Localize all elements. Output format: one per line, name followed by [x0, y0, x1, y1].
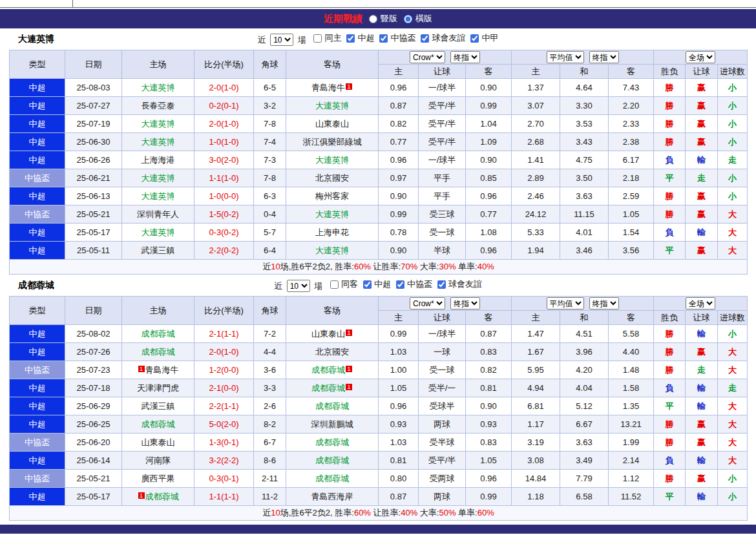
goals-result-cell: 大 [718, 224, 748, 242]
filter-checkbox-球會友誼[interactable]: 球會友誼 [421, 32, 465, 44]
team-name: 成都蓉城 [315, 401, 349, 411]
team-name: 山東泰山 [142, 437, 175, 447]
odds-away-cell: 0.96 [466, 187, 512, 205]
result-cell: 勝 [654, 434, 686, 452]
recent-count-select[interactable]: 10 [287, 280, 310, 292]
checkbox[interactable] [396, 280, 404, 289]
handicap-cell: 一/球半 [419, 325, 466, 343]
handicap-result-cell: 輸 [686, 397, 718, 415]
score-cell: 2-0(1-0) [194, 343, 254, 361]
league-cell: 中超 [10, 379, 65, 397]
league-cell: 中協盃 [10, 434, 65, 452]
handicap-cell: 受两球 [419, 470, 466, 488]
result-cell: 負 [654, 452, 686, 470]
date-cell: 25-07-23 [65, 361, 122, 379]
filter-checkbox-中協盃[interactable]: 中協盃 [379, 32, 415, 44]
away-team-cell: 山東泰山1 [286, 325, 379, 343]
odds-time-select[interactable]: 终指 [450, 51, 480, 63]
odds-time-select[interactable]: 终指 [450, 297, 480, 309]
horizontal-radio[interactable] [404, 15, 412, 23]
sub-avg-draw-header: 和 [560, 65, 609, 79]
col-date-header: 日期 [65, 297, 122, 325]
summary-text: 近10场,胜6平2负2, 胜率:60% 让胜率:40% 大率:50% 单率:60… [10, 506, 748, 521]
avg-away-cell: 11.52 [609, 488, 654, 506]
odds-away-cell: 1.08 [466, 224, 512, 242]
checkbox[interactable] [437, 280, 446, 289]
avg-home-cell: 3.19 [512, 434, 560, 452]
odds-away-cell: 0.83 [466, 343, 512, 361]
match-row: 中超25-05-11武漢三鎮2-2(0-2)6-4大連英博0.90半球0.961… [10, 242, 748, 260]
corner-cell: 3-3 [254, 379, 286, 397]
checkbox[interactable] [330, 280, 339, 289]
filter-checkbox-球會友誼[interactable]: 球會友誼 [437, 278, 482, 290]
odds-away-cell: 0.96 [466, 242, 512, 260]
result-cell: 勝 [654, 115, 686, 133]
recent-count-select[interactable]: 10 [270, 34, 293, 46]
filter-checkbox-同客[interactable]: 同客 [330, 278, 358, 290]
home-team-cell: 河南隊 [122, 452, 194, 470]
result-cell: 勝 [654, 325, 686, 343]
goals-result-cell: 大 [718, 452, 748, 470]
league-cell: 中協盃 [10, 169, 65, 187]
team-name: 成都蓉城 [311, 383, 345, 393]
odds-away-cell: 0.85 [466, 169, 512, 187]
filter-checkbox-中協盃[interactable]: 中協盃 [396, 278, 432, 290]
date-cell: 25-06-13 [65, 187, 122, 205]
team-name: 山東泰山 [311, 329, 345, 339]
avg-away-cell: 2.20 [609, 97, 654, 115]
odds-company-select[interactable]: Crow* [410, 297, 445, 309]
summary-segment: 单率: [456, 262, 477, 271]
average-select[interactable]: 平均值 [547, 297, 584, 309]
league-cell: 中超 [10, 242, 65, 260]
checkbox[interactable] [346, 34, 355, 43]
date-cell: 25-06-26 [65, 151, 122, 169]
avg-away-cell: 2.14 [609, 452, 654, 470]
odds-company-select[interactable]: Crow* [410, 51, 445, 63]
team-name: 青島西海岸 [311, 492, 353, 501]
team-name: 大連英博 [142, 191, 175, 201]
home-team-cell: 大連英博 [122, 115, 194, 133]
home-team-cell: 深圳青年人 [122, 205, 194, 224]
vertical-radio[interactable] [369, 15, 377, 23]
goals-result-cell: 大 [718, 242, 748, 260]
avg-away-cell: 13.21 [609, 415, 654, 434]
odds-home-cell: 0.81 [379, 452, 419, 470]
filter-checkbox-中超[interactable]: 中超 [346, 32, 374, 44]
league-cell: 中超 [10, 151, 65, 169]
date-cell: 25-05-17 [65, 488, 122, 506]
filter-checkbox-中甲[interactable]: 中甲 [470, 32, 498, 44]
corner-cell: 6-5 [254, 79, 286, 97]
summary-segment: 60% [354, 508, 371, 518]
team-section-dalian: 大連英博 近 10 場 同主中超中協盃球會友誼中甲 类型 日期 主场 比分(半场… [9, 28, 747, 275]
summary-segment: 场,胜6平2负2, 胜率: [280, 508, 354, 518]
handicap-cell: 受一球 [419, 361, 466, 379]
team-name: 上海申花 [315, 227, 349, 237]
handicap-cell: 受三球 [419, 205, 466, 224]
average-select[interactable]: 平均值 [547, 51, 584, 63]
avg-draw-cell: 4.64 [560, 79, 609, 97]
checkbox[interactable] [421, 34, 429, 43]
avg-draw-cell: 4.04 [560, 379, 609, 397]
handicap-cell: 平手 [419, 187, 466, 205]
team-name: 大連英博 [315, 155, 349, 165]
checkbox[interactable] [363, 280, 372, 289]
odds-home-cell: 0.80 [379, 470, 419, 488]
matches-table: 类型 日期 主场 比分(半场) 角球 客场 Crow*终指 平均值终指 全场 主… [9, 50, 748, 275]
filter-checkbox-同主[interactable]: 同主 [313, 32, 341, 44]
average-time-select[interactable]: 终指 [589, 51, 619, 63]
handicap-result-cell: 赢 [686, 242, 718, 260]
average-time-select[interactable]: 终指 [589, 297, 619, 309]
date-cell: 25-06-25 [65, 415, 122, 434]
handicap-cell: 半球 [419, 242, 466, 260]
view-option-horizontal[interactable]: 橫版 [404, 13, 432, 25]
checkbox[interactable] [470, 34, 479, 43]
checkbox[interactable] [379, 34, 388, 43]
view-option-vertical[interactable]: 豎版 [369, 13, 397, 25]
checkbox[interactable] [313, 34, 322, 43]
filter-checkbox-中超[interactable]: 中超 [363, 278, 391, 290]
avg-draw-cell: 3.46 [560, 242, 609, 260]
fulltime-select[interactable]: 全场 [686, 297, 715, 309]
fulltime-select[interactable]: 全场 [686, 51, 715, 63]
handicap-result-cell: 輸 [686, 379, 718, 397]
home-team-cell: 上海海港 [122, 151, 194, 169]
